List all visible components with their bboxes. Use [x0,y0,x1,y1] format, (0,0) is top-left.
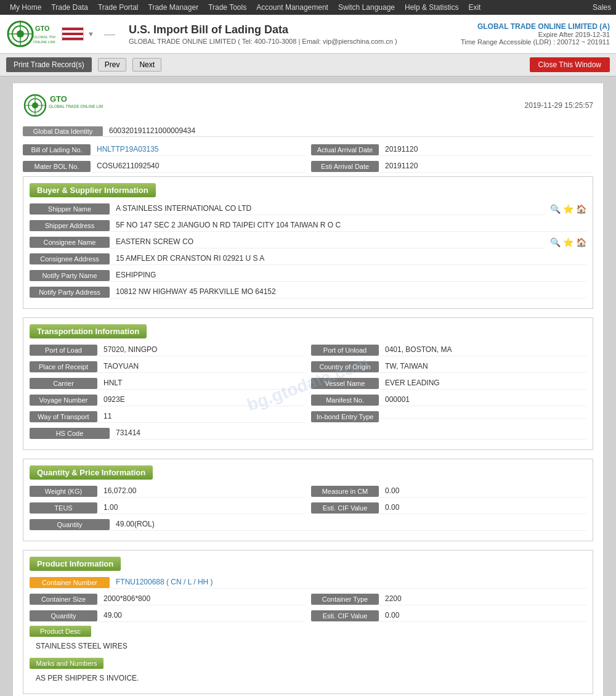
carrier-value: HNLT [97,377,305,390]
product-cif-label: Esti. CIF Value [311,610,379,621]
carrier-label: Carrier [30,378,97,389]
marks-and-numbers-value: AS PER SHIPPER S INVOICE. [30,671,586,685]
header-subtitle: GLOBAL TRADE ONLINE LIMITED ( Tel: 400-7… [129,38,461,45]
card-logo-svg: GTO GLOBAL TRADE ONLINE LIMITED [23,93,103,118]
carrier-vessel-row: Carrier HNLT Vessel Name EVER LEADING [30,377,586,390]
print-button-top[interactable]: Print Trade Record(s) [6,57,92,72]
expire-date: Expire After 2019-12-31 [461,31,610,38]
logo-box: GTO GLOBAL TRADE ONLINE LIMITED ▼ — [6,18,119,49]
weight-label: Weight (KG) [30,486,97,497]
nav-items: My Home Trade Data Trade Portal Trade Ma… [5,0,485,15]
search-icon[interactable]: 🔍 [550,204,561,214]
transportation-section: Transportation Information bg.gtodata.co… [23,317,593,450]
consignee-name-label: Consignee Name [30,237,110,248]
bol-no-label: Bill of Lading No. [23,144,91,155]
notify-party-name-label: Notify Party Name [30,270,110,281]
nav-my-home[interactable]: My Home [5,0,46,15]
ldr-range: Time Range Accessible (LDR) : 200712 ~ 2… [461,38,610,46]
weight-value: 16,072.00 [97,485,305,497]
nav-exit[interactable]: Exit [463,0,485,15]
voyage-number-label: Voyage Number [30,395,97,406]
product-info-header: Product Information [30,557,121,571]
esti-cif-pair: Esti. CIF Value 0.00 [311,501,586,514]
product-desc-wrapper: Product Desc STAINLESS STEEL WIRES [30,626,586,653]
notify-party-address-label: Notify Party Address [30,287,110,298]
consignee-name-row: Consignee Name EASTERN SCREW CO 🔍 ⭐ 🏠 [30,235,586,248]
product-desc-value: STAINLESS STEEL WIRES [30,639,586,653]
container-number-label: Container Number [30,577,110,588]
way-of-transport-label: Way of Transport [30,411,97,422]
marks-and-numbers-label: Marks and Numbers [30,658,103,669]
page-header: GTO GLOBAL TRADE ONLINE LIMITED ▼ — U.S.… [0,15,616,54]
receipt-origin-row: Place of Receipt TAOYUAN Country of Orig… [30,360,586,373]
consignee-icons: 🔍 ⭐ 🏠 [550,237,586,247]
global-data-identity-row: Global Data Identity 6003201911210000094… [23,125,593,137]
place-of-receipt-value: TAOYUAN [97,360,305,373]
notify-party-name-row: Notify Party Name ESHIPPING [30,269,586,282]
mater-bol-value: COSU6211092540 [91,160,305,173]
consignee-address-value: 15 AMFLEX DR CRANSTON RI 02921 U S A [110,252,586,265]
nav-switch-language[interactable]: Switch Language [333,0,400,15]
product-qty-cif-row: Quantity 49.00 Esti. CIF Value 0.00 [30,609,586,622]
country-of-origin-label: Country of Origin [311,361,379,372]
consignee-star-icon[interactable]: ⭐ [563,237,573,247]
manifest-no-pair: Manifest No. 000001 [311,393,586,406]
nav-trade-data[interactable]: Trade Data [46,0,93,15]
svg-text:ONLINE LIMITED: ONLINE LIMITED [33,40,55,44]
esti-arrival-value: 20191120 [379,160,593,173]
shipper-name-row: Shipper Name A STAINLESS INTERNATIONAL C… [30,202,586,215]
measure-pair: Measure in CM 0.00 [311,485,586,497]
buyer-supplier-header: Buyer & Supplier Information [30,183,156,197]
container-number-value: FTNU1200688 ( CN / L / HH ) [110,576,586,589]
next-button-top[interactable]: Next [132,58,161,72]
star-icon[interactable]: ⭐ [563,204,573,214]
weight-measure-row: Weight (KG) 16,072.00 Measure in CM 0.00 [30,485,586,497]
teus-label: TEUS [30,502,97,514]
record-card: GTO GLOBAL TRADE ONLINE LIMITED 2019-11-… [12,83,604,696]
close-button-top[interactable]: Close This Window [530,57,610,72]
prev-button-top[interactable]: Prev [98,58,127,72]
marks-numbers-wrapper: Marks and Numbers AS PER SHIPPER S INVOI… [30,658,586,685]
nav-help-statistics[interactable]: Help & Statistics [400,0,463,15]
main-content: GTO GLOBAL TRADE ONLINE LIMITED 2019-11-… [0,76,616,696]
mater-bol-row: Mater BOL No. COSU6211092540 Esti Arriva… [23,160,593,173]
quantity-value: 49.00(ROL) [110,518,586,531]
in-bond-entry-pair: In-bond Entry Type [311,410,586,423]
svg-text:GLOBAL TRADE ONLINE LIMITED: GLOBAL TRADE ONLINE LIMITED [49,104,103,108]
notify-party-address-value: 10812 NW HIGHWAY 45 PARKVILLE MO 64152 [110,285,586,298]
card-logo: GTO GLOBAL TRADE ONLINE LIMITED [23,93,103,118]
container-type-label: Container Type [311,594,379,605]
voyage-number-value: 0923E [97,393,305,406]
card-header: GTO GLOBAL TRADE ONLINE LIMITED 2019-11-… [23,93,593,118]
consignee-search-icon[interactable]: 🔍 [550,237,561,247]
nav-trade-tools[interactable]: Trade Tools [203,0,251,15]
home-icon[interactable]: 🏠 [576,204,586,214]
notify-party-address-row: Notify Party Address 10812 NW HIGHWAY 45… [30,285,586,298]
actual-arrival-pair: Actual Arrival Date 20191120 [311,143,593,156]
esti-arrival-pair: Esti Arrival Date 20191120 [311,160,593,173]
vessel-name-label: Vessel Name [311,378,379,389]
transport-inbond-row: Way of Transport 11 In-bond Entry Type [30,410,586,423]
shipper-icons: 🔍 ⭐ 🏠 [550,204,586,214]
place-of-receipt-label: Place of Receipt [30,361,97,372]
mater-bol-label: Mater BOL No. [23,161,91,172]
page-title: U.S. Import Bill of Lading Data [129,23,461,36]
country-of-origin-value: TW, TAIWAN [379,360,586,373]
weight-pair: Weight (KG) 16,072.00 [30,485,305,497]
nav-trade-portal[interactable]: Trade Portal [93,0,144,15]
container-size-value: 2000*806*800 [97,592,305,605]
nav-trade-manager[interactable]: Trade Manager [144,0,204,15]
container-type-value: 2200 [379,592,586,605]
mater-bol-pair: Mater BOL No. COSU6211092540 [23,160,305,173]
hs-code-label: HS Code [30,428,110,439]
vessel-name-pair: Vessel Name EVER LEADING [311,377,586,390]
nav-account-management[interactable]: Account Management [251,0,333,15]
transportation-header: Transportation Information [30,324,147,338]
shipper-address-value: 5F NO 147 SEC 2 JIANGUO N RD TAIPEI CITY… [110,219,586,232]
consignee-home-icon[interactable]: 🏠 [576,237,586,247]
in-bond-entry-label: In-bond Entry Type [311,411,379,422]
vessel-name-value: EVER LEADING [379,377,586,390]
quantity-price-header: Quantity & Price Information [30,465,153,480]
svg-text:GTO: GTO [50,94,67,104]
container-size-label: Container Size [30,594,97,605]
